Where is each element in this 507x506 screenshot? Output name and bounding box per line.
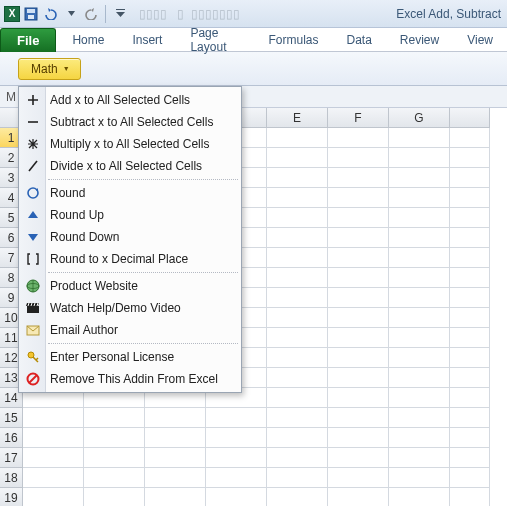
cell[interactable]	[389, 348, 450, 368]
menu-item[interactable]: Subtract x to All Selected Cells	[20, 111, 240, 133]
cell[interactable]	[389, 188, 450, 208]
cell[interactable]	[145, 488, 206, 506]
tab-insert[interactable]: Insert	[118, 28, 176, 52]
cell[interactable]	[450, 228, 490, 248]
row-header[interactable]: 17	[0, 448, 23, 468]
cell[interactable]	[267, 188, 328, 208]
menu-item[interactable]: Product Website	[20, 275, 240, 297]
cell[interactable]	[450, 268, 490, 288]
cell[interactable]	[267, 148, 328, 168]
excel-logo[interactable]: X	[4, 6, 20, 22]
menu-item[interactable]: Multiply x to All Selected Cells	[20, 133, 240, 155]
cell[interactable]	[389, 148, 450, 168]
redo-icon[interactable]	[82, 5, 100, 23]
row-header[interactable]: 19	[0, 488, 23, 506]
menu-item[interactable]: Round Up	[20, 204, 240, 226]
cell[interactable]	[328, 468, 389, 488]
save-icon[interactable]	[22, 5, 40, 23]
cell[interactable]	[206, 488, 267, 506]
cell[interactable]	[328, 488, 389, 506]
cell[interactable]	[389, 448, 450, 468]
cell[interactable]	[267, 448, 328, 468]
menu-item[interactable]: Watch Help/Demo Video	[20, 297, 240, 319]
cell[interactable]	[267, 428, 328, 448]
cell[interactable]	[145, 408, 206, 428]
cell[interactable]	[267, 348, 328, 368]
cell[interactable]	[389, 308, 450, 328]
tab-home[interactable]: Home	[58, 28, 118, 52]
cell[interactable]	[328, 128, 389, 148]
cell[interactable]	[389, 128, 450, 148]
row-header[interactable]: 18	[0, 468, 23, 488]
cell[interactable]	[328, 168, 389, 188]
cell[interactable]	[206, 408, 267, 428]
cell[interactable]	[450, 328, 490, 348]
cell[interactable]	[450, 208, 490, 228]
cell[interactable]	[267, 408, 328, 428]
cell[interactable]	[389, 468, 450, 488]
cell[interactable]	[328, 228, 389, 248]
cell[interactable]	[450, 148, 490, 168]
cell[interactable]	[267, 468, 328, 488]
cell[interactable]	[328, 348, 389, 368]
cell[interactable]	[450, 308, 490, 328]
tab-data[interactable]: Data	[332, 28, 385, 52]
column-header[interactable]	[450, 108, 490, 128]
cell[interactable]	[450, 288, 490, 308]
cell[interactable]	[389, 248, 450, 268]
math-button[interactable]: Math ▼	[18, 58, 81, 80]
cell[interactable]	[450, 128, 490, 148]
cell[interactable]	[23, 468, 84, 488]
cell[interactable]	[389, 388, 450, 408]
menu-item[interactable]: Remove This Addin From Excel	[20, 368, 240, 390]
menu-item[interactable]: Round Down	[20, 226, 240, 248]
cell[interactable]	[328, 268, 389, 288]
undo-icon[interactable]	[42, 5, 60, 23]
cell[interactable]	[450, 168, 490, 188]
cell[interactable]	[450, 468, 490, 488]
cell[interactable]	[206, 468, 267, 488]
cell[interactable]	[84, 468, 145, 488]
cell[interactable]	[450, 448, 490, 468]
undo-dropdown-icon[interactable]	[62, 5, 80, 23]
cell[interactable]	[389, 288, 450, 308]
cell[interactable]	[328, 328, 389, 348]
cell[interactable]	[84, 448, 145, 468]
menu-item[interactable]: Add x to All Selected Cells	[20, 89, 240, 111]
cell[interactable]	[206, 448, 267, 468]
cell[interactable]	[389, 168, 450, 188]
cell[interactable]	[389, 228, 450, 248]
menu-item[interactable]: Enter Personal License	[20, 346, 240, 368]
cell[interactable]	[328, 188, 389, 208]
cell[interactable]	[450, 408, 490, 428]
cell[interactable]	[328, 208, 389, 228]
menu-item[interactable]: Round to x Decimal Place	[20, 248, 240, 270]
cell[interactable]	[267, 488, 328, 506]
cell[interactable]	[23, 488, 84, 506]
cell[interactable]	[389, 328, 450, 348]
cell[interactable]	[328, 288, 389, 308]
column-header[interactable]: F	[328, 108, 389, 128]
cell[interactable]	[389, 428, 450, 448]
menu-item[interactable]: Email Author	[20, 319, 240, 341]
tab-view[interactable]: View	[453, 28, 507, 52]
cell[interactable]	[328, 248, 389, 268]
cell[interactable]	[450, 348, 490, 368]
row-header[interactable]: 15	[0, 408, 23, 428]
cell[interactable]	[84, 428, 145, 448]
cell[interactable]	[450, 188, 490, 208]
cell[interactable]	[267, 248, 328, 268]
cell[interactable]	[328, 448, 389, 468]
tab-review[interactable]: Review	[386, 28, 453, 52]
cell[interactable]	[267, 308, 328, 328]
cell[interactable]	[23, 408, 84, 428]
cell[interactable]	[84, 408, 145, 428]
cell[interactable]	[450, 428, 490, 448]
cell[interactable]	[450, 488, 490, 506]
cell[interactable]	[450, 388, 490, 408]
cell[interactable]	[389, 488, 450, 506]
cell[interactable]	[267, 268, 328, 288]
cell[interactable]	[267, 128, 328, 148]
cell[interactable]	[328, 368, 389, 388]
tab-formulas[interactable]: Formulas	[254, 28, 332, 52]
